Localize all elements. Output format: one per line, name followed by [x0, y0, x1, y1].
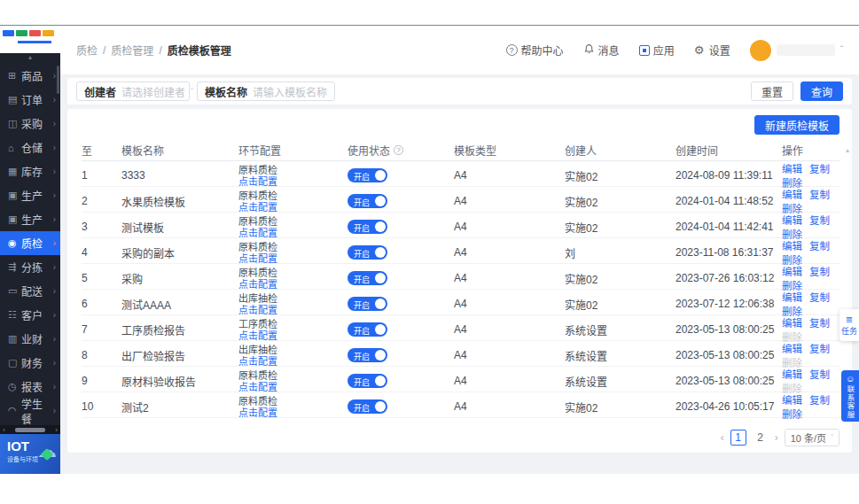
copy-link[interactable]: 复制: [809, 267, 830, 277]
copy-link[interactable]: 复制: [809, 190, 830, 200]
hscroll-thumb[interactable]: [15, 428, 45, 432]
status-toggle[interactable]: 开启: [348, 297, 387, 311]
messages-button[interactable]: 消息: [583, 43, 620, 58]
copy-link[interactable]: 复制: [809, 395, 830, 406]
help-center-button[interactable]: ? 帮助中心: [506, 43, 564, 58]
sidebar-item-orders[interactable]: ▤订单›: [0, 88, 60, 112]
configure-link[interactable]: 点击配置: [238, 407, 348, 418]
edit-link[interactable]: 编辑: [782, 267, 802, 277]
status-help-icon[interactable]: ?: [394, 145, 403, 155]
template-name-input[interactable]: 模板名称 请输入模板名称: [197, 81, 335, 101]
sidebar-horizontal-scrollbar[interactable]: ‹ ›: [0, 425, 60, 434]
production2-icon: ▣: [8, 213, 21, 225]
copy-link[interactable]: 复制: [809, 241, 830, 252]
status-toggle[interactable]: 开启: [348, 374, 387, 388]
configure-link[interactable]: 点击配置: [238, 253, 348, 264]
status-toggle[interactable]: 开启: [348, 399, 387, 414]
next-page-button[interactable]: ›: [775, 431, 778, 444]
tasks-floating-button[interactable]: ≣ 任务: [839, 309, 859, 341]
sidebar-item-customers[interactable]: ☷客户›: [0, 303, 60, 327]
sidebar-item-quality[interactable]: ◉质检›: [0, 231, 60, 255]
reset-button[interactable]: 重置: [751, 81, 793, 101]
template-name: 采购: [121, 271, 238, 286]
edit-link[interactable]: 编辑: [782, 241, 802, 252]
status-toggle[interactable]: 开启: [348, 168, 387, 182]
configure-link[interactable]: 点击配置: [238, 382, 348, 392]
status-cell: 开启: [348, 399, 454, 414]
chevron-right-icon: ›: [53, 119, 56, 128]
configure-link[interactable]: 点击配置: [238, 305, 348, 315]
company-logo[interactable]: [0, 26, 60, 53]
sidebar-item-label: 生产: [21, 188, 53, 203]
page-button-2[interactable]: 2: [753, 430, 769, 446]
edit-link[interactable]: 编辑: [782, 164, 802, 174]
created-time: 2023-05-13 08:00:25: [675, 349, 782, 361]
breadcrumb-item[interactable]: 质检管理: [111, 43, 153, 58]
sidebar-item-procurement[interactable]: ◫采购›: [0, 112, 60, 136]
configure-link[interactable]: 点击配置: [238, 176, 348, 187]
page-size-select[interactable]: 10 条/页 ˇ: [785, 429, 839, 446]
configure-link[interactable]: 点击配置: [238, 202, 348, 213]
sidebar-item-delivery[interactable]: ▭配送›: [0, 279, 60, 303]
copy-link[interactable]: 复制: [809, 215, 830, 226]
sidebar-scroll-up-icon[interactable]: ▴: [0, 53, 60, 64]
breadcrumb-item[interactable]: 质检: [76, 43, 98, 58]
copy-link[interactable]: 复制: [809, 344, 830, 354]
status-toggle[interactable]: 开启: [348, 348, 387, 362]
sidebar-item-sorting[interactable]: ⇶分拣›: [0, 255, 60, 279]
status-toggle[interactable]: 开启: [348, 271, 387, 285]
edit-link[interactable]: 编辑: [782, 318, 802, 329]
settings-button[interactable]: ⚙ 设置: [694, 43, 730, 58]
edit-link[interactable]: 编辑: [782, 215, 802, 226]
breadcrumb-separator: /: [159, 44, 161, 57]
copy-link[interactable]: 复制: [809, 164, 830, 174]
sorting-icon: ⇶: [8, 261, 21, 273]
status-toggle[interactable]: 开启: [348, 322, 387, 337]
new-template-button[interactable]: 新建质检模板: [754, 115, 839, 135]
sidebar-item-production[interactable]: ▣生产›: [0, 183, 60, 207]
delete-link[interactable]: 删除: [782, 409, 802, 420]
sidebar-item-biz-finance[interactable]: ▥业财›: [0, 327, 60, 351]
sidebar-item-warehouse[interactable]: ⌂仓储›: [0, 136, 60, 159]
creator-select[interactable]: 创建者 请选择创建者 ˇ: [76, 81, 190, 101]
edit-link[interactable]: 编辑: [782, 344, 802, 354]
edit-link[interactable]: 编辑: [782, 190, 802, 200]
configure-link[interactable]: 点击配置: [238, 279, 348, 290]
hscroll-right-icon[interactable]: ›: [55, 426, 58, 434]
row-index: 8: [82, 349, 121, 361]
table-scroll-up-icon[interactable]: ▴: [846, 146, 849, 154]
page-button-1[interactable]: 1: [730, 430, 746, 446]
status-toggle[interactable]: 开启: [348, 220, 387, 234]
sidebar-item-inventory[interactable]: ▦库存›: [0, 159, 60, 183]
page-size-value: 10 条/页: [791, 430, 826, 445]
iot-logo-block[interactable]: IOT 设备与环境 ☁: [0, 434, 60, 474]
sidebar-item-label: 商品: [21, 68, 53, 83]
status-toggle[interactable]: 开启: [348, 245, 387, 260]
configure-link[interactable]: 点击配置: [238, 228, 348, 238]
sidebar-item-goods[interactable]: ⊞商品›: [0, 64, 60, 88]
user-menu[interactable]: ˇ: [750, 40, 843, 61]
contact-support-floating-button[interactable]: ☺ 联系客服: [841, 370, 859, 422]
prev-page-button[interactable]: ‹: [721, 431, 724, 444]
sidebar-scrollbar-thumb[interactable]: [57, 66, 59, 94]
status-toggle[interactable]: 开启: [348, 194, 387, 208]
configure-link[interactable]: 点击配置: [238, 330, 348, 341]
copy-link[interactable]: 复制: [809, 318, 830, 329]
hscroll-left-icon[interactable]: ‹: [3, 426, 5, 434]
edit-link[interactable]: 编辑: [782, 395, 802, 406]
sidebar-item-finance[interactable]: ▢财务›: [0, 351, 60, 375]
query-button[interactable]: 查询: [800, 81, 843, 101]
copy-link[interactable]: 复制: [809, 369, 830, 380]
sidebar-item-label: 报表: [21, 379, 53, 394]
sidebar-item-student-meals[interactable]: ◠学生餐›: [0, 399, 60, 423]
toggle-on-label: 开启: [354, 197, 370, 208]
creator: 实施02: [565, 271, 675, 286]
apps-button[interactable]: 应用: [639, 43, 675, 58]
configure-link[interactable]: 点击配置: [238, 356, 348, 367]
status-cell: 开启: [348, 245, 454, 260]
copy-link[interactable]: 复制: [809, 292, 830, 303]
chevron-down-icon: ˇ: [840, 45, 843, 55]
edit-link[interactable]: 编辑: [782, 292, 802, 303]
edit-link[interactable]: 编辑: [782, 369, 802, 380]
sidebar-item-production2[interactable]: ▣生产›: [0, 207, 60, 231]
